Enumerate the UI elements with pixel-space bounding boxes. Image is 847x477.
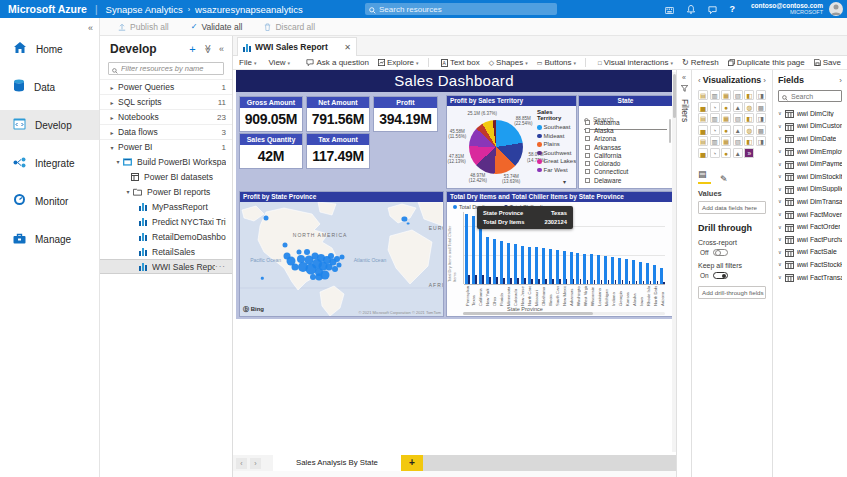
- toggle-on-icon[interactable]: [713, 272, 728, 279]
- line-and-clustered-column-chart-icon[interactable]: ◍: [744, 102, 754, 112]
- kpi-profit[interactable]: Profit 394.19M: [374, 97, 437, 131]
- sidebar-item-develop[interactable]: Develop: [0, 110, 99, 140]
- tree-group-power-queries[interactable]: ▸Power Queries1: [100, 79, 232, 94]
- ribbon-chart-icon[interactable]: ▩: [756, 102, 766, 112]
- bar-chiller-north-dakota[interactable]: [657, 281, 659, 284]
- slicer-option-connecticut[interactable]: Connecticut: [579, 168, 667, 176]
- tree-item-power-bi-datasets[interactable]: Power BI datasets: [100, 169, 232, 184]
- bar-chiller-west-virginia[interactable]: [587, 280, 589, 284]
- filter-resources-input[interactable]: [108, 62, 224, 75]
- sidebar-item-integrate[interactable]: Integrate: [0, 148, 99, 178]
- expand-filters-icon[interactable]: «: [677, 74, 691, 81]
- notifications-bell-icon[interactable]: [687, 0, 695, 18]
- multi-row-card-icon[interactable]: ▩: [756, 125, 766, 135]
- r-script-visual-icon[interactable]: ◧: [744, 136, 754, 146]
- sidebar-item-home[interactable]: Home: [0, 34, 99, 64]
- sidebar-item-data[interactable]: Data: [0, 72, 99, 102]
- bar-chiller-colorado[interactable]: [517, 278, 519, 284]
- pie-chart-icon[interactable]: ▧: [733, 113, 743, 123]
- collapse-rail-icon[interactable]: «: [88, 23, 93, 33]
- bar-chiller-arkansas[interactable]: [573, 279, 575, 284]
- bar-chiller-minnesota[interactable]: [510, 278, 512, 284]
- card-icon[interactable]: ◍: [744, 125, 754, 135]
- bar-chiller-alaska[interactable]: [636, 281, 638, 285]
- bar-chiller-wisconsin[interactable]: [594, 280, 596, 284]
- bar-chiller-pennsylvania[interactable]: [468, 275, 470, 285]
- bar-chiller-rhode-island[interactable]: [650, 281, 652, 284]
- checkbox[interactable]: [585, 169, 590, 174]
- cross-report-toggle[interactable]: Off: [698, 249, 766, 256]
- fields-pane-collapse-icon[interactable]: ›: [839, 76, 842, 85]
- sidebar-item-manage[interactable]: Manage: [0, 224, 99, 254]
- legend-item-southeast[interactable]: Southeast: [537, 123, 576, 132]
- bar-chiller-iowa[interactable]: [643, 281, 645, 284]
- legend-item-southwest[interactable]: Southwest: [537, 149, 576, 158]
- file-menu[interactable]: File▾: [239, 58, 256, 67]
- breadcrumb-app[interactable]: Synapse Analytics: [106, 4, 183, 15]
- clustered-bar-chart-icon[interactable]: ▦: [721, 90, 731, 100]
- sidebar-item-monitor[interactable]: Monitor: [0, 186, 99, 216]
- slicer-option-arizona[interactable]: Arizona: [579, 135, 667, 143]
- slicer-scrollbar[interactable]: [669, 119, 672, 143]
- refresh-button[interactable]: ↻ Refresh: [682, 58, 719, 67]
- clustered-column-chart-icon[interactable]: ▧: [733, 90, 743, 100]
- bar-chiller-oklahoma[interactable]: [545, 279, 547, 284]
- keyboard-shortcuts-icon[interactable]: [665, 0, 674, 18]
- map-bubble[interactable]: [332, 266, 338, 272]
- power-automate-icon[interactable]: »: [744, 148, 754, 158]
- viz-pane-collapse-icon[interactable]: ›: [763, 76, 766, 85]
- tree-report-mypassreport[interactable]: MyPassReport: [100, 199, 232, 214]
- bar-chiller-arizona[interactable]: [663, 282, 665, 284]
- page-prev-icon[interactable]: ‹: [236, 458, 247, 469]
- visual-interactions-menu[interactable]: □ Visual interactions▾: [598, 58, 673, 67]
- view-menu[interactable]: View▾: [268, 58, 290, 67]
- fields-search[interactable]: [778, 90, 842, 102]
- tree-report-predict-nyctaxi-trip-amount[interactable]: Predict NYCTaxi Trip Amount: [100, 214, 232, 229]
- line-chart-icon[interactable]: ▅: [698, 102, 708, 112]
- bar-chiller-missouri[interactable]: [538, 279, 540, 285]
- scatter-chart-icon[interactable]: ▦: [721, 113, 731, 123]
- tree-report-retailsales[interactable]: RetailSales: [100, 244, 232, 259]
- legend-item-mideast[interactable]: Mideast: [537, 132, 576, 141]
- treemap-icon[interactable]: ◨: [756, 113, 766, 123]
- slicer-option-delaware[interactable]: Delaware: [579, 176, 667, 184]
- page-next-icon[interactable]: ›: [250, 458, 261, 469]
- bar-chiller-california[interactable]: [482, 275, 484, 284]
- kpi-tax-amount[interactable]: Tax Amount 117.49M: [307, 134, 369, 168]
- bar-chiller-texas[interactable]: [475, 275, 477, 284]
- donut-chart-icon[interactable]: ◧: [744, 113, 754, 123]
- tree-group-power-bi[interactable]: ▾Power BI1: [100, 139, 232, 154]
- funnel-chart-icon[interactable]: ▥: [710, 113, 720, 123]
- shapes-menu[interactable]: ◇ Shapes▾: [489, 58, 528, 67]
- checkbox[interactable]: [585, 120, 590, 125]
- map-bubble[interactable]: [304, 249, 310, 255]
- duplicate-page-button[interactable]: Duplicate this page: [728, 58, 805, 67]
- tree-folder-power-bi-reports[interactable]: ▾Power BI reports: [100, 184, 232, 199]
- 100-stacked-bar-chart-icon[interactable]: ◧: [744, 90, 754, 100]
- bar-chart-visual[interactable]: Total Dry Items and Total Chiller Items …: [447, 192, 672, 316]
- q-and-a-icon[interactable]: ●: [721, 148, 731, 158]
- add-page-button[interactable]: +: [401, 455, 423, 471]
- slicer-option-california[interactable]: California: [579, 151, 667, 159]
- matrix-icon[interactable]: ▧: [733, 136, 743, 146]
- validate-all-button[interactable]: ✓ Validate all: [191, 22, 243, 32]
- checkbox[interactable]: [585, 161, 590, 166]
- save-button[interactable]: Save: [814, 58, 841, 67]
- help-icon[interactable]: ?: [730, 4, 736, 14]
- slicer-option-alabama[interactable]: Alabama: [579, 118, 667, 126]
- filled-map-icon[interactable]: ◔: [710, 125, 720, 135]
- account-info[interactable]: contoso@contoso.com MICROSOFT: [751, 2, 823, 15]
- gauge-icon[interactable]: ▲: [733, 125, 743, 135]
- legend-item-plains[interactable]: Plains: [537, 140, 576, 149]
- map-bubble[interactable]: [337, 262, 342, 267]
- page-tab-sales-analysis[interactable]: Sales Analysis By State: [273, 455, 401, 471]
- publish-all-button[interactable]: Publish all: [118, 22, 169, 32]
- bar-chiller-new-mexico[interactable]: [566, 279, 568, 284]
- bar-chiller-indiana[interactable]: [615, 280, 617, 284]
- checkbox[interactable]: [585, 145, 590, 150]
- area-chart-icon[interactable]: ◔: [710, 102, 720, 112]
- map-icon[interactable]: ▅: [698, 125, 708, 135]
- stacked-area-chart-icon[interactable]: ●: [721, 102, 731, 112]
- map-bubble[interactable]: [282, 243, 287, 248]
- collapse-all-icon[interactable]: ≫: [202, 44, 212, 53]
